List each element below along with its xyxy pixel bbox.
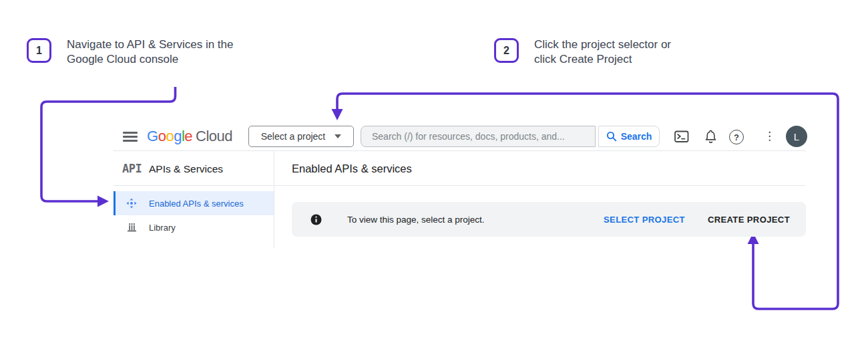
- arrow-step2-head-down: [332, 109, 343, 120]
- more-options-button[interactable]: ⋮: [764, 130, 775, 142]
- step-1-number: 1: [36, 45, 42, 57]
- project-selector-button[interactable]: Select a project: [248, 126, 354, 147]
- sidebar-divider: [274, 151, 274, 248]
- annotated-screenshot: 1 Navigate to API & Services in the Goog…: [0, 0, 868, 341]
- account-avatar[interactable]: L: [786, 126, 807, 147]
- notice-message: To view this page, select a project.: [347, 215, 485, 225]
- step-2-text: Click the project selector or click Crea…: [534, 37, 671, 67]
- sidebar-item-enabled-apis[interactable]: Enabled APIs & services: [114, 191, 274, 215]
- selected-indicator: [114, 191, 116, 215]
- avatar-letter: L: [794, 131, 799, 142]
- arrow-step1-head: [97, 196, 109, 207]
- bell-icon: [704, 129, 718, 144]
- notice-actions: SELECT PROJECT CREATE PROJECT: [604, 215, 790, 225]
- select-project-notice: To view this page, select a project. SEL…: [292, 202, 806, 237]
- create-project-button[interactable]: CREATE PROJECT: [708, 215, 790, 225]
- enabled-apis-icon: [126, 198, 137, 209]
- step-1-text: Navigate to API & Services in the Google…: [67, 37, 233, 67]
- notifications-button[interactable]: [704, 129, 718, 144]
- google-cloud-logo[interactable]: GoogleCloud: [147, 128, 232, 145]
- search-button-label: Search: [621, 131, 652, 142]
- page-title: Enabled APIs & services: [292, 162, 412, 175]
- help-icon: ?: [729, 130, 744, 144]
- help-button[interactable]: ?: [729, 130, 744, 144]
- subheader-divider: [114, 185, 806, 186]
- product-name: APIs & Services: [149, 163, 223, 175]
- cloud-logo-text: Cloud: [196, 128, 232, 144]
- info-icon: [310, 214, 322, 228]
- cloud-shell-icon: [674, 130, 689, 143]
- sidebar-item-label: Enabled APIs & services: [149, 199, 244, 209]
- search-icon: [606, 131, 617, 142]
- sidebar-item-label: Library: [149, 223, 176, 233]
- sidebar-item-library[interactable]: Library: [114, 215, 274, 239]
- select-project-button[interactable]: SELECT PROJECT: [604, 215, 685, 225]
- google-logo-letters: Google: [147, 128, 192, 144]
- search-input[interactable]: [361, 126, 596, 147]
- api-product-logo: API: [122, 162, 142, 175]
- project-selector-label: Select a project: [261, 131, 326, 142]
- menu-icon[interactable]: [123, 132, 138, 142]
- vertical-dots-icon: ⋮: [764, 130, 775, 142]
- header-divider: [114, 150, 806, 151]
- step-2-number: 2: [503, 45, 509, 57]
- cloud-shell-button[interactable]: [674, 130, 689, 143]
- step-2-badge: 2: [494, 38, 519, 63]
- step-1-badge: 1: [27, 38, 51, 63]
- search-button[interactable]: Search: [598, 126, 660, 147]
- chevron-down-icon: [335, 134, 341, 138]
- library-icon: [126, 222, 138, 233]
